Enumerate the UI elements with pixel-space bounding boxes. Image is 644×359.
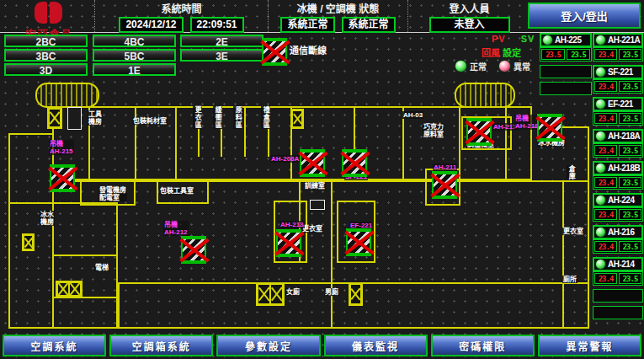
ahu-unit-button[interactable]: AH-218B [593, 161, 643, 175]
ahu-unit-button[interactable]: AH-224 [593, 193, 643, 207]
ahu-unit-row: AH-214 23.4 23.5 [593, 257, 643, 286]
menu-button[interactable]: 空調箱系統 [109, 335, 213, 356]
unit-name-label: AH-216 [608, 228, 634, 237]
unit-pv-value: 23.4 [594, 81, 617, 92]
unit-pv-value: 23.4 [594, 209, 617, 220]
ahu-unit-row: AH-224 23.4 23.5 [593, 193, 643, 222]
equipment-glyph [67, 107, 82, 130]
unit-sv-value: 23.5 [619, 81, 641, 92]
ahu-status: 系統正常 [342, 17, 396, 33]
room-label: 更衣室 [562, 228, 584, 235]
ahu-unit-button[interactable]: AH-218A [593, 129, 643, 143]
comm-loss-equipment-icon[interactable] [181, 236, 206, 264]
equipment-label: AH-208A [270, 155, 300, 163]
unit-pv-value: 23.5 [541, 49, 565, 60]
unit-values: 23.4 23.5 [593, 143, 643, 158]
zone-button[interactable]: 1E [93, 63, 176, 76]
unit-status-led-icon [595, 131, 606, 142]
menu-button[interactable]: 儀表監視 [324, 335, 428, 356]
unit-name-label: AH-224 [608, 196, 634, 205]
comm-loss-equipment-icon[interactable] [346, 228, 371, 256]
room-label: 包裝耗材室 [132, 117, 168, 125]
equipment-label: 吊機 AH-215 [49, 140, 74, 155]
elevator-x-cell [270, 284, 283, 304]
equipment-glyph [310, 200, 325, 210]
room-label: 巧克力 原料室 [423, 123, 444, 138]
menu-button[interactable]: 參數設定 [216, 335, 320, 356]
normal-led-icon [455, 60, 467, 72]
login-label: 登入人員 [449, 1, 489, 15]
date-display: 2024/12/12 [119, 17, 183, 33]
logo-icon [34, 0, 64, 25]
elevator-icon [22, 233, 35, 251]
comm-loss-equipment-icon[interactable] [432, 171, 457, 199]
ahu-unit-strip: AH-221A 23.4 23.5 SF-221 23.4 23.5 [593, 33, 643, 323]
unit-sv-value: 23.5 [619, 145, 641, 156]
ahu-unit-button[interactable]: SF-221 [593, 65, 643, 79]
unit-sv-value: 23.5 [567, 49, 590, 60]
ahu-unit-button[interactable]: AH-214 [593, 257, 643, 271]
equipment-label: AH-211 [433, 163, 457, 171]
room-label: 工具 機房 [88, 110, 103, 126]
zone-button[interactable]: 2BC [4, 35, 88, 47]
room-label: 倉庫 [567, 165, 576, 180]
menu-button[interactable]: 空調系統 [3, 335, 106, 356]
pv-label: PV [492, 34, 506, 44]
unit-values: 23.4 23.5 [593, 47, 643, 62]
ahu-unit-button[interactable]: AH-221A [593, 33, 643, 47]
ahu-unit-list: AH-221A 23.4 23.5 SF-221 23.4 23.5 [593, 33, 643, 286]
chiller-status: 系統正常 [280, 17, 334, 33]
sv-label: SV [521, 34, 535, 44]
zone-button[interactable]: 2E [180, 35, 263, 47]
status-legend: 正常 異常 [455, 60, 530, 72]
wall-segment [8, 133, 54, 204]
zone-button[interactable]: 3D [4, 63, 88, 76]
unit-pv-value: 23.4 [594, 113, 617, 124]
wall-segment [175, 106, 177, 180]
login-section: 登入人員 未登入 [407, 0, 530, 32]
pv-sv-header: PV SV [492, 34, 535, 44]
zone-button[interactable]: 3E [180, 49, 263, 62]
hmi-screen: 工具 機房包裝耗材室更衣區緩衝區原料區禮盒區AH-03巧克力 原料室調溫機室冰水… [0, 0, 644, 359]
comm-loss-equipment-icon[interactable] [50, 164, 75, 192]
comm-loss-equipment-icon[interactable] [342, 149, 367, 177]
empty-slot [593, 306, 643, 319]
unit-name-label: AH-218B [608, 163, 640, 173]
bottom-menu: 空調系統空調箱系統參數設定儀表監視密碼權限異常警報 [0, 335, 644, 357]
empty-slot [593, 289, 643, 303]
comm-loss-equipment-icon[interactable] [300, 149, 325, 177]
zone-button[interactable]: 5BC [93, 49, 176, 62]
ahu-unit-row: AH-218A 23.4 23.5 [593, 129, 643, 158]
unit-status-led-icon [595, 195, 606, 206]
comm-loss-equipment-icon[interactable] [276, 229, 301, 257]
elevator-icon [290, 109, 304, 129]
ahu-unit-button[interactable]: AH-225 [540, 33, 592, 47]
unit-values: 23.4 23.5 [593, 111, 643, 126]
stairs-icon [35, 83, 99, 108]
room-label: 更衣區 [193, 106, 202, 129]
wall-segment [244, 106, 246, 157]
elevator-x-cell [69, 282, 81, 296]
elevator-x-cell [57, 282, 69, 296]
pv-sv-name-header: 回風 設定 [482, 46, 521, 59]
zone-button[interactable]: 4BC [93, 35, 176, 47]
unit-sv-value: 23.5 [619, 177, 641, 188]
ahu-unit-row: AH-216 23.4 23.5 [593, 225, 643, 254]
unit-values: 23.4 23.5 [593, 271, 643, 286]
ahu-unit-button[interactable]: AH-216 [593, 225, 643, 239]
system-time-label: 系統時間 [161, 1, 201, 15]
equipment-label: 吊機 AH-212 [163, 221, 189, 236]
comm-loss-equipment-icon[interactable] [466, 118, 492, 146]
ahu-unit-button[interactable]: EF-221 [593, 97, 643, 111]
abnormal-legend-label: 異常 [514, 60, 530, 72]
comm-loss-equipment-icon[interactable] [537, 114, 562, 142]
system-time-section: 系統時間 2024/12/12 22:09:51 [94, 0, 268, 32]
room-label: 男廁 [324, 288, 339, 296]
zone-button[interactable]: 3BC [4, 49, 88, 62]
login-logout-button[interactable]: 登入/登出 [528, 3, 641, 29]
menu-button[interactable]: 異常警報 [538, 335, 641, 356]
unit-values: 23.4 23.5 [593, 239, 643, 254]
unit-pv-value: 23.4 [594, 145, 617, 156]
menu-button[interactable]: 密碼權限 [431, 335, 535, 356]
elevator-icon [56, 281, 82, 297]
